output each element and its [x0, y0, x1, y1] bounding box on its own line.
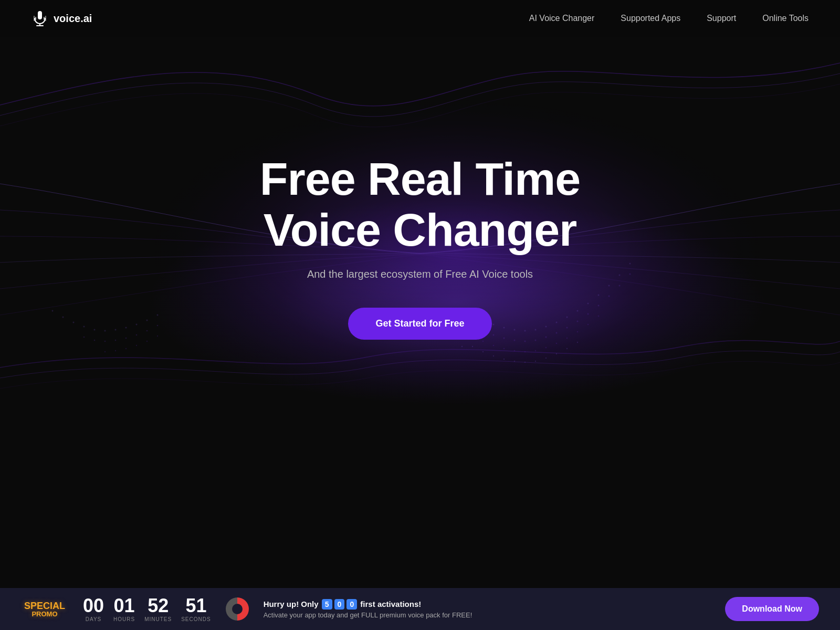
nav-supported-apps[interactable]: Supported Apps [621, 14, 680, 23]
count-badge-0b: 0 [346, 599, 357, 610]
svg-rect-3 [35, 17, 36, 20]
hero-subtitle: And the largest ecosystem of Free AI Voi… [307, 268, 533, 280]
logo[interactable]: voice.ai [32, 10, 92, 27]
count-badge-5: 5 [322, 599, 332, 610]
download-now-button[interactable]: Download Now [725, 597, 819, 621]
svg-rect-5 [44, 17, 45, 20]
nav-support[interactable]: Support [707, 14, 736, 23]
countdown-minutes: 52 MINUTES [144, 596, 172, 622]
svg-rect-6 [45, 16, 46, 21]
nav-online-tools[interactable]: Online Tools [762, 14, 808, 23]
promo-special-label: SPECIAL [24, 601, 65, 611]
svg-rect-0 [38, 11, 42, 19]
get-started-button[interactable]: Get Started for Free [348, 308, 491, 340]
hero-content: Free Real Time Voice Changer And the lar… [0, 0, 840, 494]
navbar: voice.ai AI Voice Changer Supported Apps… [0, 0, 840, 37]
promo-sub-text: Activate your app today and get FULL pre… [264, 611, 711, 619]
countdown-seconds: 51 SECONDS [181, 596, 211, 622]
countdown-hours: 01 HOURS [113, 596, 135, 622]
nav-ai-voice-changer[interactable]: AI Voice Changer [529, 14, 595, 23]
promo-bar: SPECIAL PROMO 00 DAYS 01 HOURS 52 MINUTE… [0, 588, 840, 630]
svg-rect-4 [34, 16, 35, 21]
count-badges: 500 [322, 599, 357, 610]
countdown-days: 00 DAYS [83, 596, 104, 622]
promo-promo-label: PROMO [32, 611, 57, 617]
countdown-timer: 00 DAYS 01 HOURS 52 MINUTES 51 SECONDS [83, 596, 211, 622]
nav-links: AI Voice Changer Supported Apps Support … [529, 14, 808, 23]
promo-text-block: Hurry up! Only 500 first activations! Ac… [264, 599, 711, 619]
hero-title: Free Real Time Voice Changer [260, 154, 580, 256]
timer-icon [226, 597, 249, 621]
count-badge-0a: 0 [334, 599, 345, 610]
logo-icon [32, 10, 48, 27]
promo-badge: SPECIAL PROMO [21, 601, 68, 617]
promo-main-text: Hurry up! Only 500 first activations! [264, 599, 711, 610]
logo-text: voice.ai [54, 13, 92, 25]
